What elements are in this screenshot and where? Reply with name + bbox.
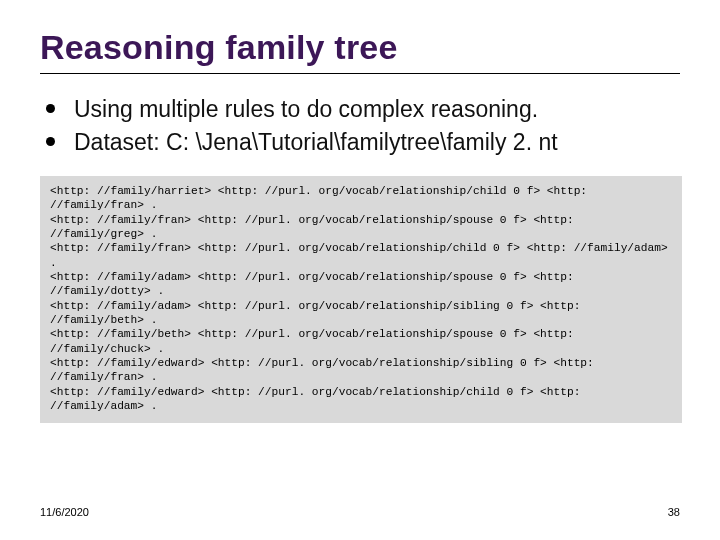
bullet-list: Using multiple rules to do complex reaso… bbox=[46, 94, 680, 158]
bullet-icon bbox=[46, 104, 55, 113]
page-title: Reasoning family tree bbox=[40, 28, 680, 67]
code-block: <http: //family/harriet> <http: //purl. … bbox=[40, 176, 682, 423]
footer-page-number: 38 bbox=[668, 506, 680, 518]
footer-date: 11/6/2020 bbox=[40, 506, 89, 518]
slide: Reasoning family tree Using multiple rul… bbox=[0, 0, 720, 540]
list-item: Using multiple rules to do complex reaso… bbox=[46, 94, 680, 125]
list-item-text: Dataset: C: \Jena\Tutorial\familytree\fa… bbox=[74, 129, 558, 155]
divider bbox=[40, 73, 680, 74]
list-item: Dataset: C: \Jena\Tutorial\familytree\fa… bbox=[46, 127, 680, 158]
list-item-text: Using multiple rules to do complex reaso… bbox=[74, 96, 538, 122]
footer: 11/6/2020 38 bbox=[40, 506, 680, 518]
bullet-icon bbox=[46, 137, 55, 146]
